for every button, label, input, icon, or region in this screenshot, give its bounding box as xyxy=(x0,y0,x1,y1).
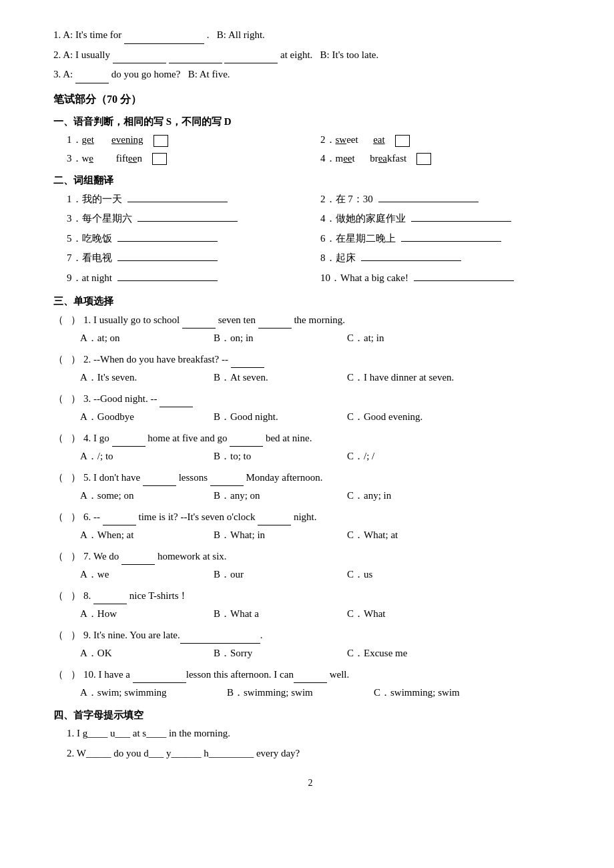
mc-opt-6a[interactable]: A．When; at xyxy=(80,527,214,544)
mc-row-10: （ ） 10. I have a lesson this afternoon. … xyxy=(53,666,567,684)
phonics-ans-1[interactable] xyxy=(154,135,168,147)
mc-bracket-3[interactable]: （ ） xyxy=(53,393,81,404)
section-one-grid: 1．get evening 2．sweet eat 3．we fifteen 4… xyxy=(67,132,567,167)
mc-opt-3a[interactable]: A．Goodbye xyxy=(80,409,214,426)
q2-b: at eight. B: It's too late. xyxy=(278,49,378,60)
mc-opt-5c[interactable]: C．any; in xyxy=(347,487,481,505)
vocab-ans-3[interactable] xyxy=(137,211,238,222)
vocab-item-5: 5．吃晚饭 xyxy=(67,230,314,248)
mc-opt-7b[interactable]: B．our xyxy=(214,566,347,584)
mc-opts-10: A．swim; swimming B．swimming; swim C．swim… xyxy=(80,684,567,702)
mc-q2: 2. --When do you have breakfast? -- xyxy=(83,354,264,365)
mc-row-8: （ ） 8. nice T-shirts！ xyxy=(53,588,567,605)
q2-line: 2. A: I usually at eight. B: It's too la… xyxy=(53,47,567,64)
mc-opt-1c[interactable]: C．at; in xyxy=(347,330,481,347)
vocab-item-10: 10．What a big cake! xyxy=(320,270,567,287)
mc-opt-8b[interactable]: B．What a xyxy=(214,606,347,623)
q2-blank2[interactable] xyxy=(169,53,222,63)
mc-opt-2b[interactable]: B．At seven. xyxy=(214,369,347,387)
vocab-ans-5[interactable] xyxy=(117,231,218,242)
mc-q1: 1. I usually go to school seven ten the … xyxy=(83,314,345,325)
mc-opts-6: A．When; at B．What; in C．What; at xyxy=(80,527,567,544)
fill-item-1: 1. I g____ u___ at s____ in the morning. xyxy=(67,725,567,742)
mc-bracket-7[interactable]: （ ） xyxy=(53,551,81,562)
q3-blank[interactable] xyxy=(75,73,109,83)
mc-row-7: （ ） 7. We do homework at six. xyxy=(53,548,567,566)
mc-opt-8a[interactable]: A．How xyxy=(80,606,214,623)
vocab-item-4: 4．做她的家庭作业 xyxy=(320,210,567,228)
vocab-ans-9[interactable] xyxy=(117,270,218,281)
vocab-ans-1[interactable] xyxy=(127,192,228,202)
mc-row-6: （ ） 6. -- time is it? --It's seven o'clo… xyxy=(53,509,567,526)
section-two-title: 二、词组翻译 xyxy=(53,172,567,190)
mc-bracket-10[interactable]: （ ） xyxy=(53,669,81,680)
mc-bracket-2[interactable]: （ ） xyxy=(53,354,81,365)
mc-opt-7c[interactable]: C．us xyxy=(347,566,481,584)
mc-opt-9a[interactable]: A．OK xyxy=(80,645,214,662)
vocab-ans-6[interactable] xyxy=(401,231,501,242)
vocab-item-3: 3．每个星期六 xyxy=(67,210,314,228)
q2-blank1[interactable] xyxy=(113,53,166,63)
mc-bracket-1[interactable]: （ ） xyxy=(53,314,81,325)
vocab-ans-4[interactable] xyxy=(411,211,511,222)
mc-q7: 7. We do homework at six. xyxy=(83,551,227,562)
q1-blank[interactable] xyxy=(124,33,204,44)
mc-bracket-5[interactable]: （ ） xyxy=(53,472,81,483)
mc-opt-9b[interactable]: B．Sorry xyxy=(214,645,347,662)
phonics-ans-3[interactable] xyxy=(152,153,167,165)
mc-bracket-4[interactable]: （ ） xyxy=(53,433,81,443)
mc-opt-7a[interactable]: A．we xyxy=(80,566,214,584)
vocab-ans-2[interactable] xyxy=(378,192,479,202)
q2-text: 2. A: I usually xyxy=(53,49,113,60)
section-four-title: 四、首字母提示填空 xyxy=(53,707,567,724)
mc-opt-6b[interactable]: B．What; in xyxy=(214,527,347,544)
mc-opt-2c[interactable]: C．I have dinner at seven. xyxy=(347,369,521,387)
mc-opts-3: A．Goodbye B．Good night. C．Good evening. xyxy=(80,409,567,426)
phonics-item-4: 4．meet breakfast xyxy=(320,150,567,168)
vocab-ans-7[interactable] xyxy=(117,250,218,261)
mc-opt-6c[interactable]: C．What; at xyxy=(347,527,481,544)
section-two-grid: 1．我的一天 2．在 7：30 3．每个星期六 4．做她的家庭作业 5．吃晚饭 … xyxy=(67,191,567,288)
q1-text: 1. A: It's time for xyxy=(53,29,124,40)
q2-blank3[interactable] xyxy=(224,53,278,63)
mc-opt-10b[interactable]: B．swimming; swim xyxy=(227,684,374,702)
written-title: 笔试部分（70 分） xyxy=(53,90,567,108)
q3-text: 3. A: xyxy=(53,69,75,79)
mc-opt-5a[interactable]: A．some; on xyxy=(80,487,214,505)
phonics-ans-4[interactable] xyxy=(416,153,431,165)
vocab-ans-8[interactable] xyxy=(361,250,461,261)
mc-opts-2: A．It's seven. B．At seven. C．I have dinne… xyxy=(80,369,567,387)
mc-bracket-9[interactable]: （ ） xyxy=(53,630,81,640)
mc-opt-4c[interactable]: C．/; / xyxy=(347,448,481,465)
vocab-ans-10[interactable] xyxy=(414,270,514,281)
mc-opt-4a[interactable]: A．/; to xyxy=(80,448,214,465)
vocab-item-9: 9．at night xyxy=(67,270,314,287)
mc-opt-8c[interactable]: C．What xyxy=(347,606,481,623)
mc-bracket-8[interactable]: （ ） xyxy=(53,590,81,601)
mc-q6: 6. -- time is it? --It's seven o'clock n… xyxy=(83,511,317,522)
mc-opt-1b[interactable]: B．on; in xyxy=(214,330,347,347)
section-one-title: 一、语音判断，相同的写 S，不同的写 D xyxy=(53,114,567,131)
mc-opt-3b[interactable]: B．Good night. xyxy=(214,409,347,426)
fill-item-2: 2. W_____ do you d___ y______ h_________… xyxy=(67,745,567,763)
mc-q10: 10. I have a lesson this afternoon. I ca… xyxy=(83,669,349,680)
mc-opt-10a[interactable]: A．swim; swimming xyxy=(80,684,227,702)
mc-q5: 5. I don't have lessons Monday afternoon… xyxy=(83,472,323,483)
phonics-item-3: 3．we fifteen xyxy=(67,150,314,168)
phonics-ans-2[interactable] xyxy=(395,135,410,147)
mc-opt-10c[interactable]: C．swimming; swim xyxy=(374,684,460,702)
mc-row-4: （ ） 4. I go home at five and go bed at n… xyxy=(53,430,567,447)
mc-bracket-6[interactable]: （ ） xyxy=(53,511,81,522)
vocab-item-8: 8．起床 xyxy=(320,250,567,267)
q3-b: do you go home? B: At five. xyxy=(109,69,230,79)
vocab-item-1: 1．我的一天 xyxy=(67,191,314,208)
section-four-content: 1. I g____ u___ at s____ in the morning.… xyxy=(67,725,567,762)
mc-opt-1a[interactable]: A．at; on xyxy=(80,330,214,347)
mc-opt-5b[interactable]: B．any; on xyxy=(214,487,347,505)
mc-opts-4: A．/; to B．to; to C．/; / xyxy=(80,448,567,465)
mc-opts-1: A．at; on B．on; in C．at; in xyxy=(80,330,567,347)
mc-opt-9c[interactable]: C．Excuse me xyxy=(347,645,481,662)
mc-opt-4b[interactable]: B．to; to xyxy=(214,448,347,465)
mc-opt-2a[interactable]: A．It's seven. xyxy=(80,369,214,387)
mc-opt-3c[interactable]: C．Good evening. xyxy=(347,409,481,426)
